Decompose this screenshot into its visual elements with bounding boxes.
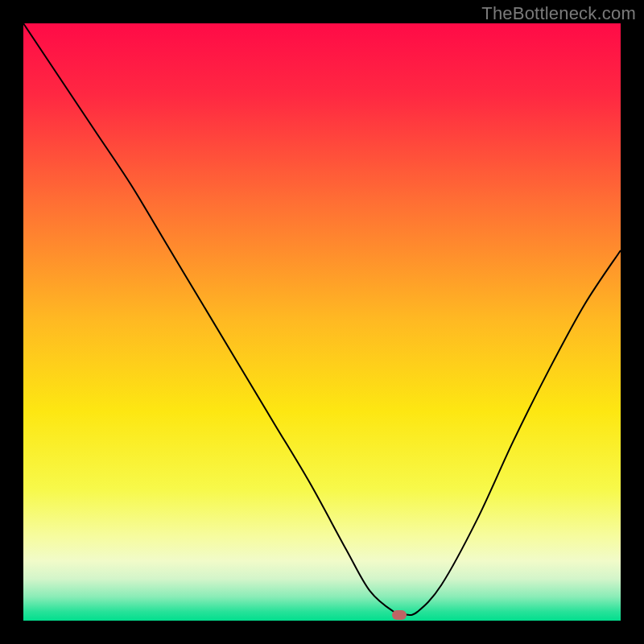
- chart-marker: [392, 610, 407, 620]
- chart-background-gradient: [23, 23, 621, 621]
- chart-plot-area: [23, 23, 621, 621]
- svg-rect-0: [23, 23, 621, 621]
- attribution-text: TheBottleneck.com: [481, 3, 636, 24]
